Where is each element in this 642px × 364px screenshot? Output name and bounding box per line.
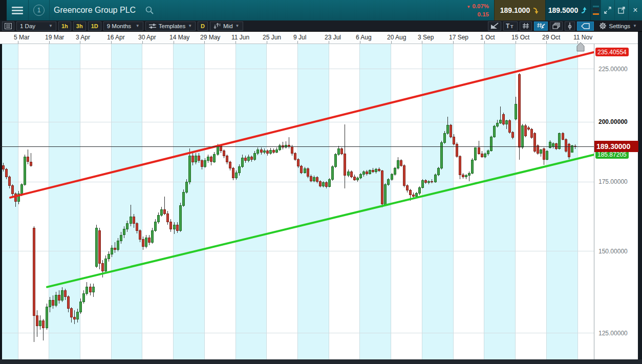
date-tick bbox=[111, 41, 112, 44]
chevron-down-icon: ▼ bbox=[49, 24, 53, 28]
period-value: 1 Day bbox=[20, 23, 35, 29]
chart-list-icon bbox=[5, 23, 12, 29]
templates-icon bbox=[149, 23, 156, 29]
date-axis-label: 25 Jun bbox=[263, 34, 281, 41]
text-annotation-button[interactable]: T T bbox=[503, 22, 518, 31]
expand-icon bbox=[604, 7, 611, 14]
current-price-badge: 189.30000 bbox=[594, 141, 638, 152]
date-axis-label: 3 Apr bbox=[76, 34, 90, 41]
date-tick bbox=[360, 41, 360, 44]
candlestick-plot[interactable] bbox=[0, 44, 594, 359]
pin-line-icon bbox=[567, 23, 572, 30]
buy-price: 189.5000 bbox=[548, 6, 578, 14]
date-axis-label: 9 Jul bbox=[293, 34, 306, 41]
date-axis-label: 11 Nov bbox=[573, 34, 592, 41]
date-tick bbox=[142, 41, 143, 44]
range-dropdown[interactable]: 9 Months ▼ bbox=[103, 22, 143, 31]
change-indicator: ▼ 0.07% 0.15 bbox=[454, 0, 494, 20]
crosshair-tracker-button[interactable] bbox=[565, 22, 575, 31]
header-bar: 1 Greencore Group PLC ▼ 0.07% 0.15 189.1… bbox=[0, 0, 642, 20]
layers-icon bbox=[552, 23, 560, 29]
date-axis-label: 14 May bbox=[169, 34, 189, 41]
price-axis[interactable]: 225.00000200.00000175.00000150.00000125.… bbox=[594, 44, 638, 359]
price-up-arrow-icon bbox=[581, 7, 588, 14]
price-type-dropdown[interactable]: Mid ▼ bbox=[210, 22, 243, 31]
date-tick bbox=[297, 41, 298, 44]
gear-icon bbox=[599, 22, 607, 30]
window-edge bbox=[0, 0, 7, 20]
chart-list-button[interactable] bbox=[2, 22, 14, 31]
quick-period-1h[interactable]: 1h bbox=[58, 22, 71, 31]
sell-price-button[interactable]: 189.1000 bbox=[494, 0, 545, 20]
chevron-down-icon: ▼ bbox=[236, 24, 240, 28]
date-axis-label: 6 Aug bbox=[356, 34, 372, 41]
chevron-down-icon: ▼ bbox=[188, 24, 192, 28]
settings-label: Settings bbox=[609, 23, 631, 29]
settings-dropdown[interactable]: Settings ▼ bbox=[596, 22, 640, 31]
expand-button[interactable] bbox=[601, 0, 614, 20]
depth-bar-icon bbox=[593, 11, 599, 12]
instrument-title: Greencore Group PLC bbox=[50, 0, 142, 20]
interval-button[interactable]: D bbox=[198, 22, 208, 31]
search-icon bbox=[145, 6, 154, 15]
price-axis-label: 150.00000 bbox=[598, 248, 628, 255]
date-axis-label: 19 Mar bbox=[45, 34, 64, 41]
date-axis-label: 11 Jun bbox=[231, 34, 249, 41]
date-tick bbox=[453, 41, 454, 44]
chart-layouts-button[interactable] bbox=[550, 22, 563, 31]
price-label-button[interactable] bbox=[577, 22, 594, 31]
change-percent: 0.07% bbox=[472, 3, 489, 9]
depth-bar-icon bbox=[593, 8, 599, 10]
date-tick bbox=[49, 41, 50, 44]
chart-tab-button[interactable]: 1 bbox=[29, 0, 49, 20]
date-tick bbox=[484, 41, 485, 44]
svg-text:T: T bbox=[510, 24, 513, 29]
hamburger-icon bbox=[12, 5, 23, 16]
date-tick bbox=[516, 41, 516, 44]
close-button[interactable]: × bbox=[628, 0, 642, 20]
depth-bar-icon bbox=[593, 13, 599, 15]
price-axis-label: 200.00000 bbox=[598, 118, 628, 125]
scroll-to-latest-button[interactable] bbox=[575, 42, 586, 52]
date-axis-label: 30 Apr bbox=[138, 34, 156, 41]
search-button[interactable] bbox=[142, 0, 157, 20]
popout-button[interactable] bbox=[614, 0, 628, 20]
trading-chart-window: { "header": { "title": "Greencore Group … bbox=[0, 0, 642, 364]
price-axis-label: 125.00000 bbox=[598, 330, 628, 337]
edit-grid-button[interactable] bbox=[534, 22, 548, 31]
mid-price-icon bbox=[213, 23, 221, 29]
date-axis-label: 29 Oct bbox=[542, 34, 560, 41]
trendline-price-badge[interactable]: 235.40554 bbox=[595, 48, 629, 56]
date-tick bbox=[329, 41, 329, 44]
date-axis-label: 5 Mar bbox=[14, 34, 30, 41]
grid-icon bbox=[522, 23, 529, 29]
date-tick bbox=[174, 41, 174, 44]
close-icon: × bbox=[633, 6, 637, 15]
trendline-icon bbox=[490, 23, 499, 29]
date-axis[interactable]: 5 Mar19 Mar3 Apr16 Apr30 Apr14 May29 May… bbox=[0, 32, 638, 44]
date-axis-label: 20 Aug bbox=[387, 34, 406, 41]
price-axis-label: 175.00000 bbox=[598, 178, 628, 185]
tab-number-icon: 1 bbox=[33, 5, 45, 16]
market-depth-button[interactable] bbox=[590, 0, 601, 20]
buy-price-button[interactable]: 189.5000 bbox=[545, 0, 590, 20]
templates-dropdown[interactable]: Templates ▼ bbox=[145, 22, 196, 31]
price-axis-label: 225.00000 bbox=[598, 66, 628, 73]
date-axis-label: 3 Sep bbox=[418, 34, 434, 41]
draw-trendline-button[interactable] bbox=[488, 22, 501, 31]
hamburger-menu-button[interactable] bbox=[7, 0, 28, 20]
week-stripes bbox=[2, 44, 577, 359]
price-down-arrow-icon bbox=[533, 7, 540, 14]
period-dropdown[interactable]: 1 Day ▼ bbox=[16, 22, 56, 31]
window-right-edge bbox=[638, 32, 642, 364]
chart-toolbar: 1 Day ▼ 1h 3h 1D 9 Months ▼ Templates ▼ … bbox=[0, 20, 642, 32]
depth-bar-icon bbox=[593, 6, 599, 7]
range-value: 9 Months bbox=[107, 23, 131, 29]
quick-period-3h[interactable]: 3h bbox=[73, 22, 86, 31]
quick-period-1d[interactable]: 1D bbox=[88, 22, 101, 31]
home-icon bbox=[577, 42, 584, 51]
date-axis-label: 16 Apr bbox=[107, 34, 125, 41]
gridlines-button[interactable] bbox=[520, 22, 532, 31]
date-axis-label: 15 Oct bbox=[511, 34, 529, 41]
candlestick-chart[interactable] bbox=[0, 44, 594, 359]
